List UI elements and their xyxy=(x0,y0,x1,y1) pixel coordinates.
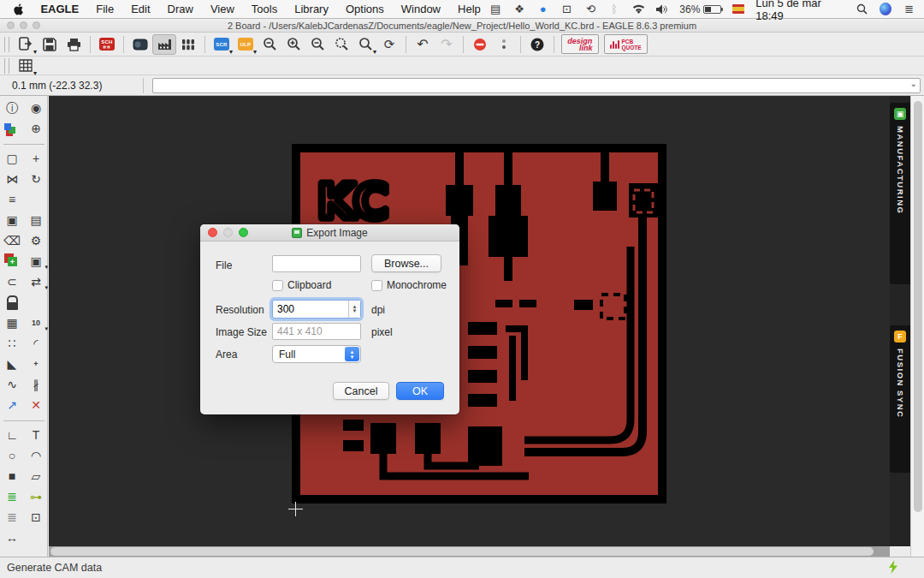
add-part-icon[interactable] xyxy=(0,251,24,271)
via-icon[interactable]: ≣ xyxy=(0,486,24,507)
save-icon[interactable] xyxy=(38,34,62,55)
zoom-fit-icon[interactable] xyxy=(258,34,281,55)
wifi-icon[interactable] xyxy=(632,3,645,16)
siri-icon[interactable] xyxy=(880,3,891,15)
area-select[interactable]: Full ▲▼ xyxy=(272,345,361,363)
undo-icon[interactable]: ↶ xyxy=(411,34,435,55)
notification-center-icon[interactable]: ≣ xyxy=(903,3,915,16)
print-icon[interactable] xyxy=(62,34,86,55)
menu-item-edit[interactable]: Edit xyxy=(122,3,158,15)
name-icon[interactable]: ≡ xyxy=(0,189,24,210)
zoom-out-icon[interactable] xyxy=(305,34,329,55)
paste-icon[interactable]: ▤ xyxy=(24,210,48,230)
command-line-input[interactable] xyxy=(153,80,920,92)
grid-toolbar-drag-handle[interactable] xyxy=(4,58,9,74)
display-icon[interactable]: ⊡ xyxy=(560,3,573,16)
monochrome-checkbox[interactable]: Monochrome xyxy=(371,279,447,291)
pinswap-icon[interactable]: ⊂ xyxy=(0,271,24,292)
volume-icon[interactable] xyxy=(656,3,669,16)
move-icon[interactable]: + xyxy=(24,148,48,169)
spotlight-icon[interactable] xyxy=(856,3,869,16)
menu-item-draw[interactable]: Draw xyxy=(159,3,202,15)
menu-bar-clock[interactable]: Lun 5 de mar 18:49 xyxy=(755,0,844,22)
monochrome-checkbox-box[interactable] xyxy=(371,280,382,291)
zoom-in-icon[interactable] xyxy=(281,34,305,55)
stop-icon[interactable] xyxy=(468,34,492,55)
rect-icon[interactable]: ■ xyxy=(0,466,24,486)
copy-group-icon[interactable]: ▣▾ xyxy=(24,251,48,271)
browse-button[interactable]: Browse... xyxy=(371,254,441,272)
pcb-quote-button[interactable]: PCBQUOTE xyxy=(604,34,648,54)
circle-icon[interactable]: ○ xyxy=(0,445,24,466)
bluetooth-icon[interactable]: ᛒ xyxy=(608,3,621,16)
library-icon[interactable] xyxy=(176,34,200,55)
route-grid-icon[interactable]: 10▾ xyxy=(24,313,48,333)
design-link-button[interactable]: designlink xyxy=(561,34,599,54)
command-history-chevron-icon[interactable]: ⌄ xyxy=(910,79,917,88)
menu-item-file[interactable]: File xyxy=(87,3,122,15)
group-select-icon[interactable]: ▢ xyxy=(0,148,24,169)
zoom-select-icon[interactable] xyxy=(329,34,353,55)
horizontal-scrollbar-thumb[interactable] xyxy=(50,547,874,556)
onedrive-icon[interactable]: ● xyxy=(536,3,549,16)
miter2-icon[interactable]: ◣ xyxy=(0,354,24,374)
display-layers-icon[interactable] xyxy=(0,118,24,139)
toolbar-drag-handle[interactable] xyxy=(4,37,9,52)
run-script-icon[interactable]: SCR ▾ xyxy=(210,34,234,55)
ripup-icon[interactable]: ✕ xyxy=(24,395,48,415)
copy-icon[interactable]: ▣ xyxy=(0,210,24,230)
grid-icon[interactable]: ▾ xyxy=(14,56,38,76)
split-icon[interactable]: ∦ xyxy=(24,374,48,395)
meander-icon[interactable]: ∿ xyxy=(0,374,24,395)
clipboard-checkbox[interactable]: Clipboard xyxy=(272,279,331,291)
cancel-button[interactable]: Cancel xyxy=(333,382,389,400)
resolution-input[interactable] xyxy=(273,301,348,318)
show-icon[interactable]: ◉ xyxy=(24,98,48,118)
menu-item-tools[interactable]: Tools xyxy=(243,3,286,15)
replace-icon[interactable]: ⇄▾ xyxy=(24,271,48,292)
mark-icon[interactable]: ⊕ xyxy=(24,118,48,139)
vertical-scrollbar[interactable] xyxy=(910,96,924,557)
more-options-icon[interactable] xyxy=(492,34,516,55)
battery-indicator[interactable]: 36% xyxy=(679,3,721,15)
window-manager-icon[interactable]: ▤ xyxy=(489,3,502,16)
apple-menu-icon[interactable] xyxy=(14,3,25,15)
dropbox-icon[interactable]: ❖ xyxy=(513,3,526,16)
ratsnest-icon[interactable]: ↔ xyxy=(0,527,24,548)
schematic-icon[interactable]: SCH▦▦ xyxy=(95,34,119,55)
text-icon[interactable]: T xyxy=(24,425,48,445)
info-icon[interactable]: ⓘ xyxy=(0,98,24,118)
board-preview-icon[interactable] xyxy=(128,34,152,55)
command-line-combo[interactable]: ⌄ xyxy=(152,78,921,93)
keyboard-layout-flag-icon[interactable] xyxy=(732,4,744,14)
sync-lightning-icon[interactable] xyxy=(888,560,898,576)
arc-icon[interactable]: ◠ xyxy=(24,445,48,466)
wrench-icon[interactable]: ⚙ xyxy=(24,230,48,251)
refresh-icon[interactable]: ⟳ xyxy=(377,34,401,55)
menu-item-view[interactable]: View xyxy=(202,3,243,15)
open-file-icon[interactable]: ▾ xyxy=(14,34,38,55)
delete-icon[interactable]: ⌫ xyxy=(0,230,24,251)
mirror-icon[interactable]: ⋈ xyxy=(0,169,24,189)
target-icon[interactable]: + xyxy=(24,354,48,374)
redo-icon[interactable]: ↷ xyxy=(435,34,459,55)
attribute-icon[interactable]: ⊡ xyxy=(24,507,48,527)
wire-icon[interactable]: ∟ xyxy=(0,425,24,445)
vertical-scrollbar-thumb[interactable] xyxy=(914,101,922,512)
menu-item-help[interactable]: Help xyxy=(449,3,489,15)
horizontal-scrollbar[interactable] xyxy=(49,546,890,557)
tab-manufacturing[interactable]: ▣ MANUFACTURING xyxy=(890,103,910,284)
menu-item-eagle[interactable]: EAGLE xyxy=(32,3,87,15)
rotate-icon[interactable]: ↻ xyxy=(24,169,48,189)
menu-item-library[interactable]: Library xyxy=(286,3,337,15)
dots-rect-icon[interactable]: ∷ xyxy=(0,333,24,354)
run-ulp-icon[interactable]: ULP ▾ xyxy=(234,34,258,55)
signal-icon[interactable]: ⊶ xyxy=(24,486,48,507)
route-icon[interactable]: ↗ xyxy=(0,395,24,415)
menu-item-window[interactable]: Window xyxy=(393,3,449,15)
zoom-redraw-icon[interactable]: ▾ xyxy=(353,34,377,55)
menu-item-options[interactable]: Options xyxy=(337,3,393,15)
lock-icon[interactable] xyxy=(0,292,24,313)
manufacturing-icon[interactable] xyxy=(152,34,176,55)
tab-fusion-sync[interactable]: F FUSION SYNC xyxy=(890,325,910,473)
